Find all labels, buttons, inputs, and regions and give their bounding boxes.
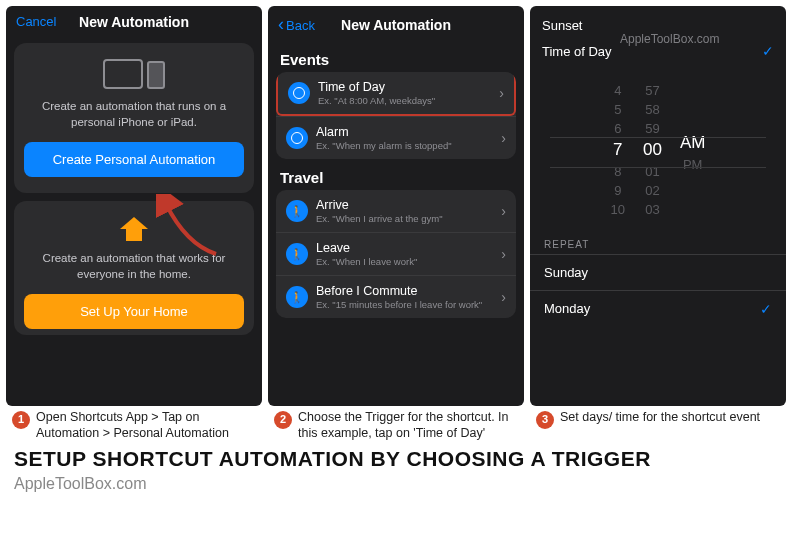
clock-icon (288, 82, 310, 104)
events-list: Time of Day Ex. "At 8:00 AM, weekdays" ›… (276, 72, 516, 159)
iphone-icon (147, 61, 165, 89)
setup-home-button[interactable]: Set Up Your Home (24, 294, 244, 329)
trigger-alarm[interactable]: Alarm Ex. "When my alarm is stopped" › (276, 116, 516, 159)
home-automation-desc: Create an automation that works for ever… (24, 251, 244, 282)
personal-automation-card: Create an automation that runs on a pers… (14, 43, 254, 193)
home-automation-card: Create an automation that works for ever… (14, 201, 254, 335)
chevron-right-icon: › (501, 203, 506, 219)
chevron-right-icon: › (501, 246, 506, 262)
caption-text: Open Shortcuts App > Tap on Automation >… (36, 410, 264, 441)
trigger-time-of-day[interactable]: Time of Day Ex. "At 8:00 AM, weekdays" › (276, 72, 516, 116)
walk-icon (286, 286, 308, 308)
trigger-label: Before I Commute (316, 284, 493, 298)
devices-icon (103, 59, 165, 89)
ampm-column[interactable]: AM PM (680, 121, 706, 180)
site-credit: AppleToolBox.com (0, 473, 800, 499)
travel-list: Arrive Ex. "When I arrive at the gym" › … (276, 190, 516, 318)
step-number-icon: 1 (12, 411, 30, 429)
trigger-sub: Ex. "When I leave work" (316, 256, 493, 267)
trigger-leave[interactable]: Leave Ex. "When I leave work" › (276, 232, 516, 275)
create-personal-automation-button[interactable]: Create Personal Automation (24, 142, 244, 177)
trigger-label: Time of Day (318, 80, 491, 94)
repeat-list: Sunday Monday ✓ (530, 254, 786, 327)
watermark-text: AppleToolBox.com (620, 32, 719, 46)
repeat-day-sunday[interactable]: Sunday (530, 254, 786, 290)
check-icon: ✓ (762, 43, 774, 59)
chevron-right-icon: › (501, 289, 506, 305)
trigger-before-commute[interactable]: Before I Commute Ex. "15 minutes before … (276, 275, 516, 318)
check-icon: ✓ (760, 301, 772, 317)
page-title: SETUP SHORTCUT AUTOMATION BY CHOOSING A … (0, 441, 800, 473)
walk-icon (286, 243, 308, 265)
chevron-right-icon: › (499, 85, 504, 101)
trigger-label: Leave (316, 241, 493, 255)
trigger-sub: Ex. "When my alarm is stopped" (316, 140, 493, 151)
day-label: Monday (544, 301, 590, 317)
panel-3-time-settings: Sunset Time of Day ✓ AppleToolBox.com 45… (530, 6, 786, 406)
cancel-button[interactable]: Cancel (16, 14, 56, 29)
repeat-day-monday[interactable]: Monday ✓ (530, 290, 786, 327)
panel-1-new-automation: Cancel New Automation Create an automati… (6, 6, 262, 406)
trigger-label: Alarm (316, 125, 493, 139)
clock-icon (286, 127, 308, 149)
time-of-day-label: Time of Day (542, 44, 612, 59)
repeat-section-label: REPEAT (530, 225, 786, 254)
caption-text: Set days/ time for the shortcut event (560, 410, 760, 441)
caption-step-3: 3 Set days/ time for the shortcut event (536, 410, 788, 441)
trigger-label: Arrive (316, 198, 493, 212)
trigger-sub: Ex. "At 8:00 AM, weekdays" (318, 95, 491, 106)
personal-automation-desc: Create an automation that runs on a pers… (24, 99, 244, 130)
trigger-arrive[interactable]: Arrive Ex. "When I arrive at the gym" › (276, 190, 516, 232)
trigger-sub: Ex. "15 minutes before I leave for work" (316, 299, 493, 310)
hour-column[interactable]: 456 7 8910 (611, 83, 625, 217)
travel-section-label: Travel (268, 159, 524, 190)
caption-text: Choose the Trigger for the shortcut. In … (298, 410, 526, 441)
step-number-icon: 2 (274, 411, 292, 429)
ipad-icon (103, 59, 143, 89)
day-label: Sunday (544, 265, 588, 280)
caption-step-2: 2 Choose the Trigger for the shortcut. I… (274, 410, 526, 441)
walk-icon (286, 200, 308, 222)
back-button[interactable]: Back (278, 14, 315, 35)
trigger-sub: Ex. "When I arrive at the gym" (316, 213, 493, 224)
time-picker[interactable]: 456 7 8910 575859 00 010203 AM PM (530, 75, 786, 225)
caption-step-1: 1 Open Shortcuts App > Tap on Automation… (12, 410, 264, 441)
minute-column[interactable]: 575859 00 010203 (643, 83, 662, 217)
house-icon (120, 217, 148, 241)
events-section-label: Events (268, 41, 524, 72)
step-captions: 1 Open Shortcuts App > Tap on Automation… (0, 406, 800, 441)
step-number-icon: 3 (536, 411, 554, 429)
chevron-right-icon: › (501, 130, 506, 146)
panel-2-choose-trigger: Back New Automation Events Time of Day E… (268, 6, 524, 406)
